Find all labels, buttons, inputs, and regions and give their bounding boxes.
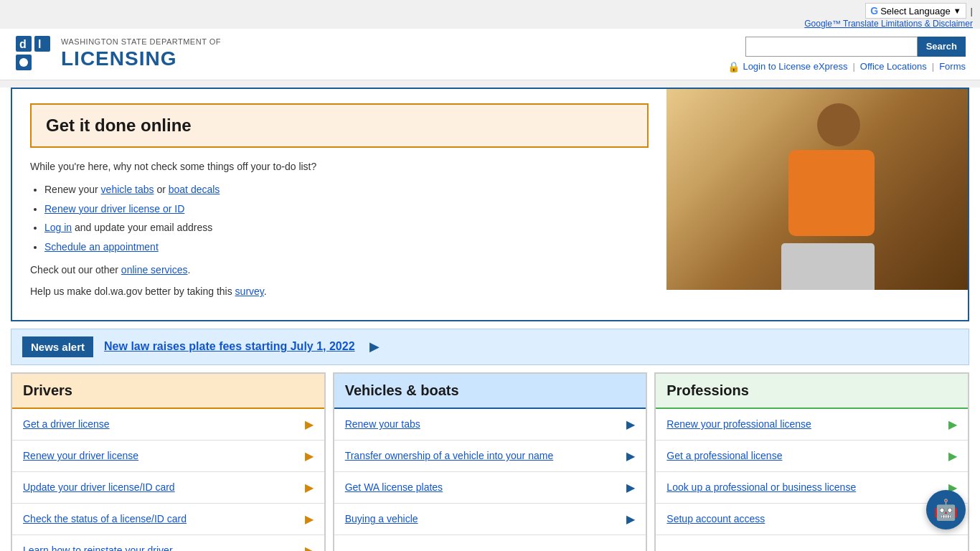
check-license-status-label: Check the status of a license/ID card (23, 513, 298, 524)
other-services-text: Check out our other online services. (30, 262, 649, 278)
schedule-appointment-link[interactable]: Schedule an appointment (44, 241, 159, 253)
sep2: | (932, 61, 934, 72)
online-services-link[interactable]: online services (121, 264, 188, 276)
log-in-link[interactable]: Log in (44, 222, 72, 233)
logo-area: d l WASHINGTON STATE DEPARTMENT OF LICEN… (14, 34, 221, 74)
lookup-professional-license-item[interactable]: Look up a professional or business licen… (656, 472, 968, 504)
chevron-down-icon: ▼ (953, 6, 961, 15)
search-input[interactable] (745, 37, 918, 57)
hero-left: Get it done online While you're here, wh… (12, 89, 666, 320)
update-dl-id-label: Update your driver license/ID card (23, 481, 298, 493)
select-language-button[interactable]: G Select Language ▼ (865, 3, 966, 19)
professions-heading: Professions (656, 374, 968, 409)
arrow-icon: ▶ (305, 544, 314, 551)
get-it-done-box: Get it done online (30, 103, 649, 148)
professions-column: Professions Renew your professional lice… (654, 372, 969, 551)
transfer-ownership-label: Transfer ownership of a vehicle into you… (345, 450, 620, 461)
list-item-2: Renew your driver license or ID (44, 201, 649, 217)
chatbot-widget[interactable]: 🤖 (926, 490, 966, 529)
list-item-1: Renew your vehicle tabs or boat decals (44, 182, 649, 197)
reinstate-driver-item[interactable]: Learn how to reinstate your driver ▶ (12, 535, 324, 551)
get-it-done-heading: Get it done online (46, 116, 633, 136)
disclaimer-link[interactable]: Google™ Translate Limitations & Disclaim… (0, 19, 973, 29)
arrow-icon: ▶ (305, 481, 314, 494)
svg-text:l: l (38, 38, 41, 50)
renew-professional-license-item[interactable]: Renew your professional license ▶ (656, 409, 968, 441)
renew-driver-license-label: Renew your driver license (23, 450, 298, 461)
pipe-separator: | (971, 6, 973, 17)
drivers-heading: Drivers (12, 374, 324, 409)
licensing-label: LICENSING (61, 47, 221, 71)
vehicles-heading: Vehicles & boats (334, 374, 646, 409)
svg-rect-1 (34, 36, 50, 52)
arrow-icon: ▶ (948, 418, 957, 431)
hero-intro-text: While you're here, why not check some th… (30, 159, 649, 174)
agency-name: WASHINGTON STATE DEPARTMENT OF LICENSING (61, 37, 221, 71)
setup-account-access-label: Setup account access (666, 513, 941, 524)
header-right: Search 🔒 Login to License eXpress | Offi… (727, 37, 966, 72)
svg-text:d: d (19, 38, 27, 50)
news-alert-badge: News alert (22, 336, 93, 357)
lookup-professional-license-label: Look up a professional or business licen… (666, 481, 941, 493)
forms-link[interactable]: Forms (939, 61, 966, 72)
vehicle-tabs-link[interactable]: vehicle tabs (101, 184, 154, 195)
get-professional-license-label: Get a professional license (666, 450, 941, 461)
hero-body: While you're here, why not check some th… (30, 159, 649, 300)
drivers-column: Drivers Get a driver license ▶ Renew you… (11, 372, 326, 551)
setup-account-access-item[interactable]: Setup account access ▶ (656, 504, 968, 535)
columns-section: Drivers Get a driver license ▶ Renew you… (11, 372, 969, 551)
arrow-icon: ▶ (305, 449, 314, 463)
arrow-icon: ▶ (305, 512, 314, 526)
reinstate-driver-label: Learn how to reinstate your driver (23, 545, 298, 551)
svg-point-5 (19, 58, 28, 67)
boat-decals-link[interactable]: boat decals (169, 184, 220, 195)
renew-driver-license-item[interactable]: Renew your driver license ▶ (12, 441, 324, 472)
renew-tabs-item[interactable]: Renew your tabs ▶ (334, 409, 646, 441)
get-wa-plates-item[interactable]: Get WA license plates ▶ (334, 472, 646, 504)
buying-vehicle-label: Buying a vehicle (345, 513, 620, 524)
renew-professional-license-label: Renew your professional license (666, 418, 941, 430)
chatbot-icon: 🤖 (933, 498, 958, 522)
renew-dl-link[interactable]: Renew your driver license or ID (44, 203, 184, 215)
select-language-label: Select Language (880, 6, 951, 17)
search-button[interactable]: Search (918, 37, 966, 57)
get-wa-plates-label: Get WA license plates (345, 481, 620, 493)
buying-vehicle-item[interactable]: Buying a vehicle ▶ (334, 504, 646, 535)
get-driver-license-label: Get a driver license (23, 418, 298, 430)
get-driver-license-item[interactable]: Get a driver license ▶ (12, 409, 324, 441)
transfer-ownership-item[interactable]: Transfer ownership of a vehicle into you… (334, 441, 646, 472)
list-item-4: Schedule an appointment (44, 239, 649, 255)
arrow-icon: ▶ (626, 449, 635, 463)
news-alert: News alert New law raises plate fees sta… (11, 329, 969, 365)
news-arrow-icon: ▶ (369, 339, 380, 354)
news-alert-link[interactable]: New law raises plate fees starting July … (104, 340, 355, 353)
renew-tabs-label: Renew your tabs (345, 418, 620, 430)
office-locations-link[interactable]: Office Locations (860, 61, 927, 72)
header: d l WASHINGTON STATE DEPARTMENT OF LICEN… (0, 29, 980, 80)
hero-section: Get it done online While you're here, wh… (11, 88, 969, 321)
arrow-icon: ▶ (626, 481, 635, 494)
top-bar: G Select Language ▼ | Google™ Translate … (0, 0, 980, 29)
hero-list: Renew your vehicle tabs or boat decals R… (44, 182, 649, 255)
update-dl-id-item[interactable]: Update your driver license/ID card ▶ (12, 472, 324, 504)
lock-icon: 🔒 (727, 61, 740, 72)
arrow-icon: ▶ (305, 418, 314, 431)
list-item-3: Log in and update your email address (44, 220, 649, 235)
login-link[interactable]: Login to License eXpress (743, 61, 847, 72)
sep1: | (852, 61, 854, 72)
google-g-icon: G (870, 5, 878, 17)
get-professional-license-item[interactable]: Get a professional license ▶ (656, 441, 968, 472)
search-row: Search (745, 37, 966, 57)
arrow-icon: ▶ (948, 449, 957, 463)
nav-links: 🔒 Login to License eXpress | Office Loca… (727, 61, 966, 72)
arrow-icon: ▶ (626, 418, 635, 431)
vehicles-column: Vehicles & boats Renew your tabs ▶ Trans… (333, 372, 648, 551)
hero-image (666, 89, 968, 320)
survey-link[interactable]: survey (235, 286, 264, 297)
dept-of-label: WASHINGTON STATE DEPARTMENT OF (61, 37, 221, 47)
dol-logo: d l (14, 34, 54, 74)
arrow-icon: ▶ (626, 512, 635, 526)
survey-text: Help us make dol.wa.gov better by taking… (30, 283, 649, 299)
check-license-status-item[interactable]: Check the status of a license/ID card ▶ (12, 504, 324, 535)
main-content: Get it done online While you're here, wh… (0, 88, 980, 551)
